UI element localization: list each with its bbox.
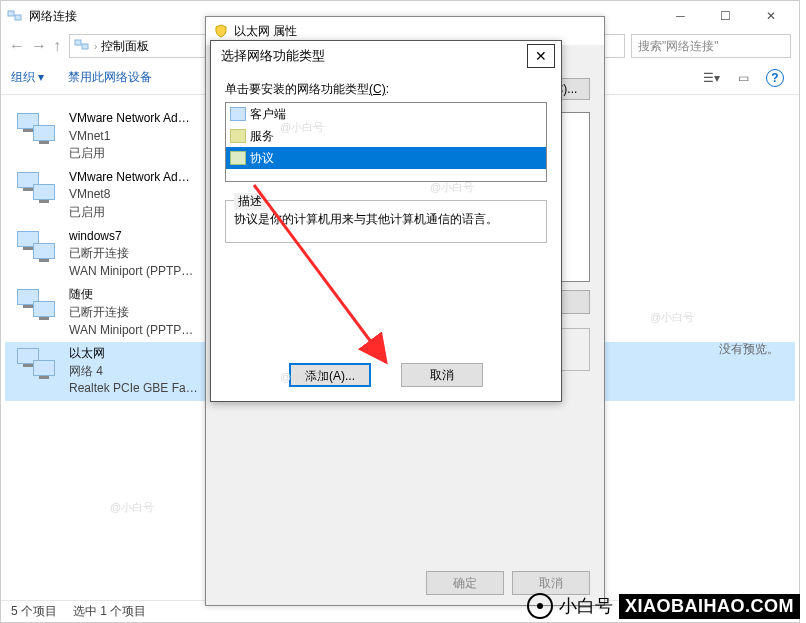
feature-description-fieldset: 描述 协议是你的计算机用来与其他计算机通信的语言。 (225, 200, 547, 243)
network-icon (74, 37, 90, 56)
preview-pane-text: 没有预览。 (719, 341, 779, 358)
disable-device-button[interactable]: 禁用此网络设备 (68, 69, 152, 86)
feature-type-listbox[interactable]: 客户端 服务 协议 (225, 102, 547, 182)
feature-type-title: 选择网络功能类型 (221, 47, 325, 65)
connection-sub: Realtek PCIe GBE Fa… (69, 381, 198, 397)
nav-back-icon[interactable]: ← (9, 37, 25, 55)
svg-rect-1 (15, 15, 21, 20)
connection-icon (15, 229, 63, 273)
add-button[interactable]: 添加(A)... (289, 363, 371, 387)
connection-sub: 已启用 (69, 146, 190, 162)
connection-sub: 网络 4 (69, 364, 198, 380)
feature-type-dialog: 选择网络功能类型 ✕ 单击要安装的网络功能类型(C): 客户端 服务 协议 描述… (210, 40, 562, 402)
feature-type-instruction: 单击要安装的网络功能类型(C): (225, 81, 547, 98)
feature-description-legend: 描述 (234, 193, 266, 210)
connection-icon (15, 170, 63, 214)
shield-icon (214, 24, 228, 38)
connection-name: 随便 (69, 287, 193, 303)
search-input[interactable]: 搜索"网络连接" (631, 34, 791, 58)
minimize-button[interactable]: ─ (658, 1, 703, 31)
client-icon (230, 107, 246, 121)
feature-type-protocol[interactable]: 协议 (226, 147, 546, 169)
connection-icon (15, 111, 63, 155)
service-icon (230, 129, 246, 143)
brand-watermark: 小白号 XIAOBAIHAO.COM (527, 593, 800, 619)
cancel-button[interactable]: 取消 (401, 363, 483, 387)
connection-icon (15, 287, 63, 331)
cancel-button[interactable]: 取消 (512, 571, 590, 595)
ok-button[interactable]: 确定 (426, 571, 504, 595)
feature-type-client[interactable]: 客户端 (226, 103, 546, 125)
connection-sub: VMnet1 (69, 129, 190, 145)
preview-pane-icon[interactable]: ▭ (729, 66, 757, 90)
feature-description-text: 协议是你的计算机用来与其他计算机通信的语言。 (234, 211, 538, 228)
wifi-icon (527, 593, 553, 619)
svg-rect-0 (8, 11, 14, 16)
network-icon (7, 8, 23, 24)
protocol-icon (230, 151, 246, 165)
connection-icon (15, 346, 63, 390)
svg-rect-2 (75, 40, 81, 45)
connection-name: 以太网 (69, 346, 198, 362)
connection-name: windows7 (69, 229, 193, 245)
connection-name: VMware Network Ad… (69, 111, 190, 127)
breadcrumb-label[interactable]: 控制面板 (101, 38, 149, 55)
svg-rect-3 (82, 44, 88, 49)
chevron-right-icon: › (94, 41, 97, 52)
dialog-close-button[interactable]: ✕ (527, 44, 555, 68)
status-item-count: 5 个项目 (11, 603, 57, 620)
connection-sub: WAN Miniport (PPTP… (69, 264, 193, 280)
connection-sub: 已启用 (69, 205, 190, 221)
status-selected-count: 选中 1 个项目 (73, 603, 146, 620)
connection-sub: 已断开连接 (69, 305, 193, 321)
connection-name: VMware Network Ad… (69, 170, 190, 186)
nav-forward-icon[interactable]: → (31, 37, 47, 55)
feature-type-service[interactable]: 服务 (226, 125, 546, 147)
maximize-button[interactable]: ☐ (703, 1, 748, 31)
connection-sub: WAN Miniport (PPTP… (69, 323, 193, 339)
help-button[interactable]: ? (761, 66, 789, 90)
connection-sub: VMnet8 (69, 187, 190, 203)
organize-button[interactable]: 组织 ▾ (11, 69, 44, 86)
view-icon[interactable]: ☰▾ (697, 66, 725, 90)
properties-title: 以太网 属性 (234, 23, 297, 40)
connection-sub: 已断开连接 (69, 246, 193, 262)
close-button[interactable]: ✕ (748, 1, 793, 31)
nav-up-icon[interactable]: ↑ (53, 37, 61, 55)
